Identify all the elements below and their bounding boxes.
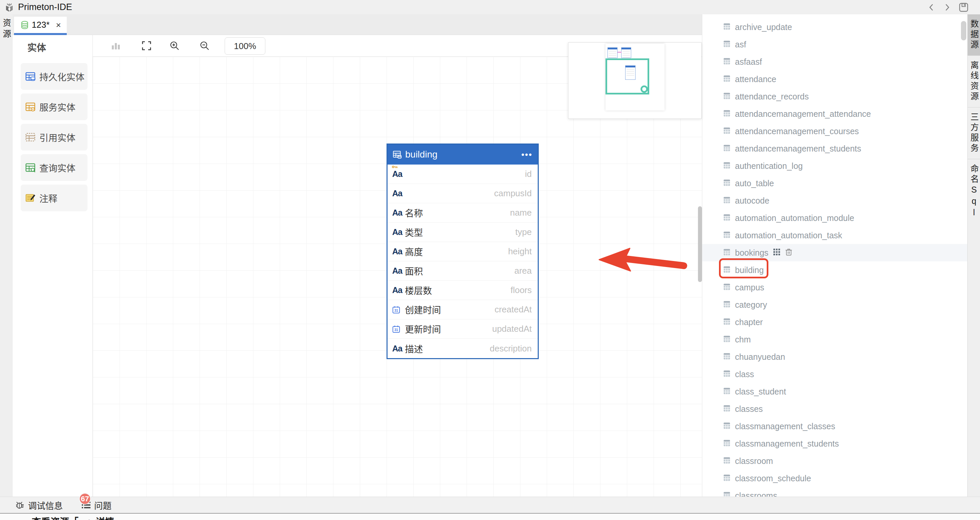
table-icon — [723, 197, 730, 205]
zoom-in-icon[interactable] — [170, 35, 180, 56]
table-list-item-classrooms[interactable]: classrooms — [702, 487, 967, 497]
right-tab-三方服务[interactable]: 三方服务 — [968, 107, 980, 159]
table-list-item-auto_table[interactable]: auto_table — [702, 175, 967, 192]
entity-field-row-description[interactable]: Aa描述description — [388, 339, 538, 358]
table-list-item-campus[interactable]: campus — [702, 279, 967, 296]
table-list-item-category[interactable]: category — [702, 296, 967, 313]
table-list-item-chm[interactable]: chm — [702, 331, 967, 348]
table-icon — [723, 23, 730, 31]
table-name: asf — [735, 40, 746, 49]
entity-field-row-campusId[interactable]: AacampusId — [388, 184, 538, 203]
forward-icon[interactable] — [943, 3, 951, 12]
text-type-icon: Aa — [392, 208, 405, 218]
text-type-icon: Aa — [392, 344, 405, 353]
chart-icon[interactable] — [111, 35, 121, 56]
entity-card-header[interactable]: building ••• — [388, 145, 538, 165]
app-title: Primeton-IDE — [18, 2, 72, 12]
table-list-item-automation_automation_module[interactable]: automation_automation_module — [702, 209, 967, 227]
palette-item-note[interactable]: 注释 — [21, 184, 88, 211]
entity-field-row-floors[interactable]: Aa楼层数floors — [388, 281, 538, 300]
database-icon — [21, 21, 29, 29]
sidebar-scrollbar[interactable] — [961, 21, 966, 40]
note-icon — [25, 192, 36, 203]
table-list-item-attendance[interactable]: attendance — [702, 70, 967, 88]
table-list-item-autocode[interactable]: autocode — [702, 192, 967, 209]
right-tab-数据源[interactable]: 数据源 — [968, 14, 980, 56]
text-type-icon: Aa — [392, 169, 405, 179]
table-list-item-asfaasf[interactable]: asfaasf — [702, 53, 967, 70]
table-list-item-attendance_records[interactable]: attendance_records — [702, 88, 967, 105]
table-list-item-class[interactable]: class — [702, 366, 967, 383]
entity-field-row-height[interactable]: Aa高度height — [388, 242, 538, 261]
zoom-out-icon[interactable] — [200, 35, 210, 56]
palette-item-label: 查询实体 — [40, 161, 75, 174]
save-icon[interactable] — [959, 2, 969, 12]
right-tab-离线资源[interactable]: 离线资源 — [968, 56, 980, 107]
table-list-item-classmanagement_classes[interactable]: classmanagement_classes — [702, 418, 967, 435]
table-list-item-building[interactable]: building — [702, 261, 967, 279]
field-name: id — [525, 169, 532, 179]
table-list-item-classroom_schedule[interactable]: classroom_schedule — [702, 470, 967, 487]
palette-item-table-gear[interactable]: 服务实体 — [21, 94, 88, 120]
table-icon — [723, 336, 730, 344]
table-list-item-archive_update[interactable]: archive_update — [702, 18, 967, 36]
table-list-item-asf[interactable]: asf — [702, 36, 967, 53]
entity-title: building — [405, 149, 438, 160]
canvas-scrollbar[interactable] — [698, 206, 702, 282]
entity-field-row-type[interactable]: Aa类型type — [388, 223, 538, 242]
entity-field-row-createdAt[interactable]: 31 创建时间createdAt — [388, 300, 538, 320]
table-list-item-attendancemanagement_courses[interactable]: attendancemanagement_courses — [702, 122, 967, 140]
table-icon — [723, 422, 730, 431]
grid-view-icon[interactable] — [773, 248, 780, 257]
entity-palette: 实体 持久化实体 — [13, 35, 93, 497]
minimap[interactable] — [568, 42, 702, 119]
text-type-icon: Aa — [392, 246, 405, 256]
minimap-relation-line — [617, 52, 622, 53]
fit-screen-icon[interactable] — [142, 35, 151, 56]
right-tab-命名Sql[interactable]: 命名Sql — [968, 159, 980, 224]
field-name: name — [510, 208, 532, 218]
entity-menu-icon[interactable]: ••• — [521, 153, 532, 157]
svg-text:31: 31 — [394, 328, 398, 332]
palette-item-label: 注释 — [40, 192, 57, 205]
debug-info-button[interactable]: 调试信息 — [15, 499, 63, 511]
table-list-item-chapter[interactable]: chapter — [702, 313, 967, 331]
resource-strip[interactable]: 资源 — [0, 14, 13, 520]
table-list-item-classes[interactable]: classes — [702, 400, 967, 418]
zoom-level-button[interactable]: 100% — [224, 37, 266, 55]
palette-item-table-dashed[interactable]: 引用实体 — [21, 124, 88, 151]
table-list-item-authentication_log[interactable]: authentication_log — [702, 157, 967, 175]
table-list-item-classmanagement_students[interactable]: classmanagement_students — [702, 435, 967, 452]
table-name: classmanagement_classes — [735, 421, 835, 431]
minimap-entity-thumbnail — [621, 48, 631, 58]
field-name: campusId — [494, 188, 532, 199]
entity-field-row-id[interactable]: Aa id — [388, 165, 538, 184]
table-list-item-automation_automation_task[interactable]: automation_automation_task — [702, 227, 967, 244]
entity-field-row-area[interactable]: Aa面积area — [388, 261, 538, 281]
table-icon — [723, 75, 730, 83]
table-search-icon — [25, 162, 36, 173]
tab-123[interactable]: 123* × — [14, 17, 67, 35]
entity-field-row-name[interactable]: Aa名称name — [388, 203, 538, 223]
table-name: asfaasf — [735, 57, 762, 67]
field-name: description — [490, 343, 532, 354]
table-icon — [723, 40, 730, 49]
tab-close-icon[interactable]: × — [56, 21, 61, 29]
table-list-item-attendancemanagement_attendance[interactable]: attendancemanagement_attendance — [702, 105, 967, 122]
table-list-item-attendancemanagement_students[interactable]: attendancemanagement_students — [702, 140, 967, 157]
palette-item-table-db[interactable]: 持久化实体 — [21, 63, 88, 90]
entity-card-building[interactable]: building ••• Aa idAacampusIdAa名称nameAa类型… — [387, 143, 539, 359]
palette-item-table-search[interactable]: 查询实体 — [21, 154, 88, 181]
table-list-item-class_student[interactable]: class_student — [702, 383, 967, 400]
table-list-item-classroom[interactable]: classroom — [702, 452, 967, 470]
table-icon — [723, 127, 730, 135]
table-icon — [723, 179, 730, 188]
back-icon[interactable] — [928, 3, 935, 12]
titlebar: Primeton-IDE — [0, 0, 980, 15]
entity-field-row-updatedAt[interactable]: 31 更新时间updatedAt — [388, 320, 538, 339]
table-list-item-chuanyuedan[interactable]: chuanyuedan — [702, 348, 967, 366]
trash-icon[interactable] — [785, 248, 792, 257]
table-list-item-bookings[interactable]: bookings — [702, 244, 967, 261]
minimap-viewport-handle[interactable] — [641, 86, 648, 93]
table-icon — [723, 474, 730, 483]
